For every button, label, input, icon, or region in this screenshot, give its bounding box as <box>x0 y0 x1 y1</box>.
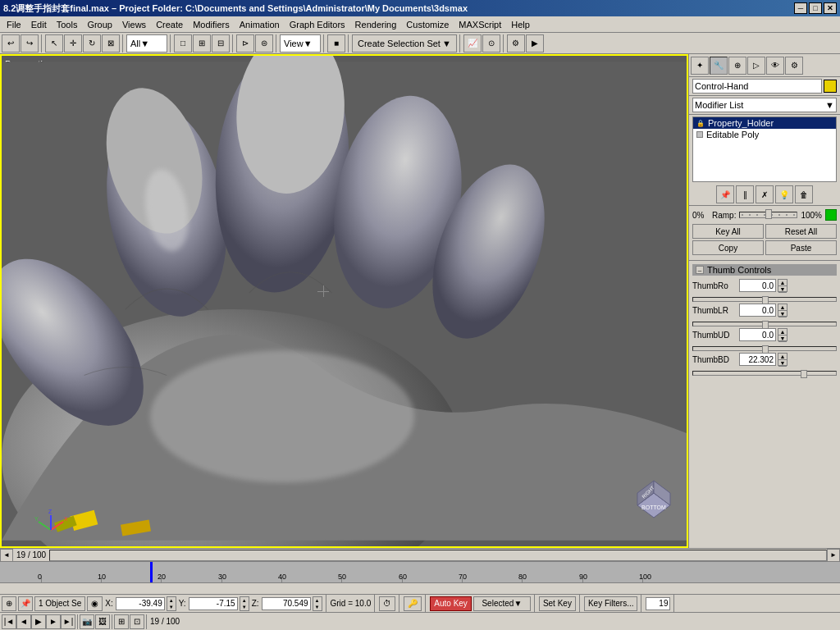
menu-group[interactable]: Group <box>82 18 117 31</box>
next-frame-button[interactable]: ► <box>46 614 61 629</box>
scale-button[interactable]: ⊠ <box>102 34 120 52</box>
x-spin[interactable]: ▲ ▼ <box>167 596 176 611</box>
copy-button[interactable]: Copy <box>692 240 764 255</box>
viewport-maximize-button[interactable]: ⊡ <box>130 614 144 629</box>
material-button[interactable]: ■ <box>327 34 345 52</box>
thumbud-input[interactable] <box>739 328 776 341</box>
thumblr-spin-down[interactable]: ▼ <box>778 311 787 317</box>
timeline-frame-indicator[interactable] <box>150 562 153 582</box>
thumbud-spin-down[interactable]: ▼ <box>778 336 787 342</box>
stack-delete-button[interactable]: 🗑 <box>795 185 813 203</box>
menu-file[interactable]: File <box>2 18 26 31</box>
key-lock-button[interactable]: 🔑 <box>404 596 422 611</box>
thumbro-spin-down[interactable]: ▼ <box>778 286 787 293</box>
thumblr-slider[interactable] <box>692 322 837 326</box>
object-properties-button[interactable]: ◉ <box>87 596 103 611</box>
panel-motion-button[interactable]: ▷ <box>747 57 765 75</box>
ramp-thumb[interactable] <box>765 209 772 219</box>
ramp-track[interactable] <box>739 212 797 218</box>
timeline-track[interactable] <box>49 550 827 561</box>
thumblr-spin-up[interactable]: ▲ <box>778 304 787 311</box>
filter-dropdown[interactable]: All ▼ <box>126 34 167 52</box>
play-button[interactable]: ▶ <box>31 614 46 629</box>
menu-animation[interactable]: Animation <box>235 18 285 31</box>
select-button[interactable]: ↖ <box>45 34 63 52</box>
stack-item-editable-poly[interactable]: Editable Poly <box>693 129 836 140</box>
thumbro-input[interactable] <box>739 279 776 292</box>
panel-hierarchy-button[interactable]: ⊕ <box>728 57 746 75</box>
selected-dropdown[interactable]: Selected ▼ <box>473 596 531 611</box>
view-dropdown[interactable]: View ▼ <box>280 34 321 52</box>
paste-button[interactable]: Paste <box>765 240 837 255</box>
auto-key-button[interactable]: Auto Key <box>430 596 472 611</box>
thumblr-input[interactable] <box>739 304 776 317</box>
menu-customize[interactable]: Customize <box>401 18 454 31</box>
stack-show-button[interactable]: ‖ <box>736 185 754 203</box>
select-region-button[interactable]: ⊞ <box>193 34 211 52</box>
thumb-controls-collapse[interactable]: – <box>696 266 704 274</box>
thumbud-slider-thumb[interactable] <box>762 345 769 354</box>
minimize-button[interactable]: ─ <box>794 2 807 14</box>
panel-create-button[interactable]: ✦ <box>691 57 709 75</box>
z-coord-input[interactable] <box>262 597 311 610</box>
z-spin-up[interactable]: ▲ <box>315 597 320 604</box>
frame-input[interactable] <box>646 597 670 610</box>
select-obj-button[interactable]: □ <box>174 34 192 52</box>
panel-modify-button[interactable]: 🔧 <box>710 57 728 75</box>
render-last-button[interactable]: 🖼 <box>95 614 110 629</box>
stack-light-bulb-button[interactable]: 💡 <box>775 185 793 203</box>
menu-maxscript[interactable]: MAXScript <box>454 18 506 31</box>
z-spin-down[interactable]: ▼ <box>315 604 320 610</box>
snap-toggle[interactable]: 📌 <box>18 596 33 611</box>
y-spin-down[interactable]: ▼ <box>242 604 247 610</box>
panel-display-button[interactable]: 👁 <box>766 57 784 75</box>
modifier-dropdown[interactable]: Modifier List ▼ <box>692 98 837 112</box>
create-selection-set-button[interactable]: Create Selection Set ▼ <box>352 34 457 52</box>
thumbro-spin-up[interactable]: ▲ <box>778 280 787 286</box>
thumbro-spinner[interactable]: ▲ ▼ <box>778 279 788 292</box>
move-button[interactable]: ✛ <box>64 34 82 52</box>
go-start-button[interactable]: |◄ <box>2 614 16 629</box>
timeline-scroll-left[interactable]: ◄ <box>0 549 13 562</box>
menu-tools[interactable]: Tools <box>52 18 83 31</box>
z-spin[interactable]: ▲ ▼ <box>313 596 322 611</box>
redo-button[interactable]: ↪ <box>21 34 39 52</box>
move-mode-button[interactable]: ⊕ <box>2 596 16 611</box>
stack-pin-button[interactable]: 📌 <box>716 185 734 203</box>
schematic-button[interactable]: ⊙ <box>482 34 500 52</box>
key-filter-button[interactable]: Key Filters... <box>584 596 638 611</box>
reset-all-button[interactable]: Reset All <box>765 224 837 239</box>
menu-edit[interactable]: Edit <box>26 18 52 31</box>
thumblr-spinner[interactable]: ▲ ▼ <box>778 304 788 317</box>
prev-frame-button[interactable]: ◄ <box>16 614 31 629</box>
menu-create[interactable]: Create <box>151 18 188 31</box>
object-color-swatch[interactable] <box>824 80 837 93</box>
menu-modifiers[interactable]: Modifiers <box>188 18 235 31</box>
y-spin-up[interactable]: ▲ <box>242 597 247 604</box>
thumbro-slider[interactable] <box>692 297 837 302</box>
timeline-scroll-right[interactable]: ► <box>827 549 840 562</box>
rotate-button[interactable]: ↻ <box>83 34 101 52</box>
thumbud-spinner[interactable]: ▲ ▼ <box>778 328 788 341</box>
maximize-button[interactable]: □ <box>809 2 822 14</box>
thumbud-slider[interactable] <box>692 346 837 351</box>
menu-graph-editors[interactable]: Graph Editors <box>285 18 350 31</box>
thumbbd-input[interactable] <box>739 353 776 366</box>
x-spin-up[interactable]: ▲ <box>169 597 174 604</box>
thumbbd-spin-up[interactable]: ▲ <box>778 354 787 360</box>
menu-help[interactable]: Help <box>506 18 535 31</box>
viewport[interactable]: Perspective <box>0 54 688 548</box>
menu-views[interactable]: Views <box>117 18 151 31</box>
thumbbd-slider-thumb[interactable] <box>801 370 807 378</box>
x-spin-down[interactable]: ▼ <box>169 604 174 610</box>
y-coord-input[interactable] <box>189 597 238 610</box>
render-setup-button[interactable]: ⚙ <box>507 34 525 52</box>
stack-item-property-holder[interactable]: 🔒 Property_Holder <box>693 117 836 129</box>
curve-editor-button[interactable]: 📈 <box>463 34 482 52</box>
thumbbd-spin-down[interactable]: ▼ <box>778 360 787 367</box>
navigation-cube[interactable]: BOTTOM RIGHT <box>629 472 678 522</box>
timeline-ruler[interactable]: 0 10 20 30 40 50 60 70 80 90 100 <box>0 562 840 583</box>
go-end-button[interactable]: ►| <box>61 614 75 629</box>
key-all-button[interactable]: Key All <box>692 224 764 239</box>
align-button[interactable]: ⊜ <box>255 34 273 52</box>
